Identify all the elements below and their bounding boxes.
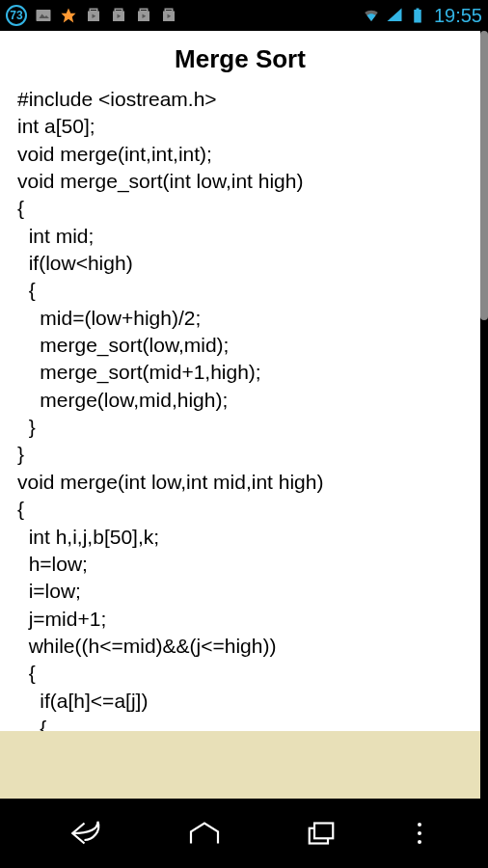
play-store-icon bbox=[160, 7, 177, 24]
menu-button[interactable] bbox=[418, 823, 421, 844]
home-button[interactable] bbox=[184, 819, 225, 848]
content-area[interactable]: Merge Sort #include <iostream.h> int a[5… bbox=[0, 31, 480, 799]
navigation-bar bbox=[0, 799, 488, 868]
svg-rect-19 bbox=[314, 824, 333, 839]
svg-marker-15 bbox=[387, 9, 401, 22]
play-store-icon bbox=[85, 7, 102, 24]
svg-rect-17 bbox=[416, 9, 419, 11]
play-store-icon bbox=[110, 7, 127, 24]
svg-marker-2 bbox=[62, 9, 76, 23]
recent-apps-button[interactable] bbox=[301, 819, 341, 848]
back-button[interactable] bbox=[68, 819, 108, 848]
page-title: Merge Sort bbox=[0, 31, 480, 86]
ad-banner[interactable] bbox=[0, 731, 480, 799]
code-block: #include <iostream.h> int a[50]; void me… bbox=[0, 86, 480, 770]
notification-badge: 73 bbox=[6, 5, 27, 26]
svg-rect-7 bbox=[115, 9, 122, 11]
signal-icon bbox=[386, 7, 403, 24]
wifi-icon bbox=[363, 7, 380, 24]
star-icon bbox=[60, 7, 77, 24]
svg-rect-13 bbox=[165, 9, 173, 11]
clock: 19:55 bbox=[434, 5, 482, 27]
status-bar: 73 19:55 bbox=[0, 0, 488, 31]
status-left: 73 bbox=[6, 5, 177, 26]
svg-rect-4 bbox=[90, 9, 97, 11]
svg-rect-10 bbox=[140, 9, 148, 11]
scrollbar[interactable] bbox=[480, 31, 488, 320]
gallery-icon bbox=[35, 7, 52, 24]
status-right: 19:55 bbox=[363, 5, 482, 27]
battery-icon bbox=[409, 7, 426, 24]
svg-rect-16 bbox=[414, 10, 421, 23]
play-store-icon bbox=[135, 7, 152, 24]
